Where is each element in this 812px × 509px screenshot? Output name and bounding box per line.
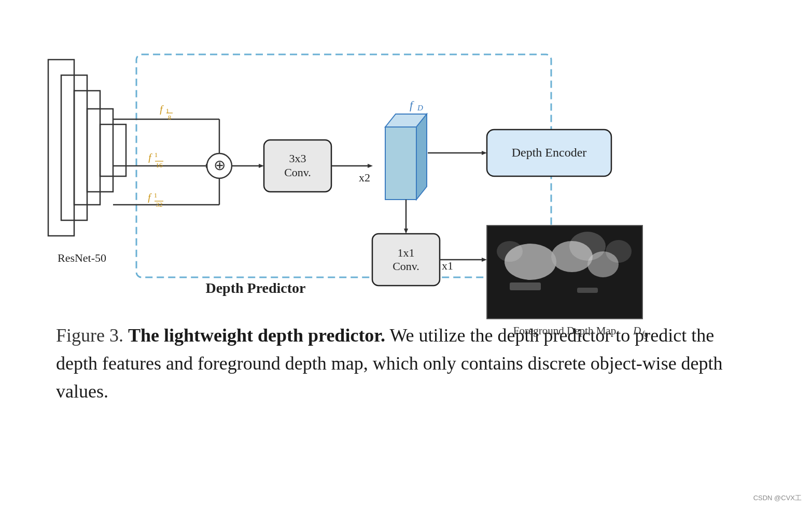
svg-marker-27 [259, 164, 264, 168]
svg-text:8: 8 [168, 114, 172, 121]
svg-text:D: D [417, 104, 423, 112]
svg-text:x2: x2 [359, 171, 370, 184]
f18-label: f [160, 104, 164, 115]
svg-marker-44 [404, 229, 408, 234]
svg-rect-57 [577, 288, 598, 293]
svg-text:f: f [148, 152, 152, 163]
svg-marker-36 [416, 114, 427, 200]
caption-area: Figure 3. The lightweight depth predicto… [56, 321, 756, 405]
svg-text:fg: fg [642, 330, 648, 339]
svg-text:x1: x1 [442, 259, 453, 272]
resnet-label: ResNet-50 [58, 251, 106, 264]
svg-text:Foreground Depth Map: Foreground Depth Map [513, 324, 616, 337]
svg-text:1x1: 1x1 [398, 246, 415, 259]
svg-marker-40 [482, 151, 487, 155]
svg-text:3x3: 3x3 [289, 152, 306, 165]
svg-marker-32 [368, 164, 373, 168]
svg-text:Conv.: Conv. [393, 260, 419, 273]
svg-text:D: D [633, 324, 641, 337]
svg-point-60 [606, 240, 632, 263]
svg-text:16: 16 [156, 161, 163, 169]
diagram-area: ResNet-50 Depth Predictor f 1 8 f 1 [31, 21, 781, 311]
svg-text:1: 1 [155, 151, 158, 159]
svg-point-58 [497, 241, 523, 262]
svg-marker-50 [482, 258, 487, 262]
svg-text:32: 32 [156, 201, 163, 208]
svg-text:⊕: ⊕ [214, 157, 226, 173]
main-container: ResNet-50 Depth Predictor f 1 8 f 1 [0, 0, 812, 509]
svg-rect-56 [510, 282, 541, 290]
svg-text:Conv.: Conv. [284, 166, 311, 179]
figure-label: Figure 3. [56, 325, 123, 346]
svg-text:1: 1 [154, 191, 158, 199]
svg-text:Depth Encoder: Depth Encoder [512, 146, 587, 159]
svg-text:f: f [410, 98, 414, 111]
caption-bold: The lightweight depth predictor. [128, 325, 385, 346]
svg-point-59 [569, 232, 606, 261]
watermark: CSDN @CVX工 [753, 493, 802, 503]
svg-text:f: f [148, 192, 152, 203]
architecture-diagram: ResNet-50 Depth Predictor f 1 8 f 1 [33, 29, 779, 303]
depth-predictor-label: Depth Predictor [205, 280, 305, 296]
svg-marker-34 [385, 127, 416, 200]
